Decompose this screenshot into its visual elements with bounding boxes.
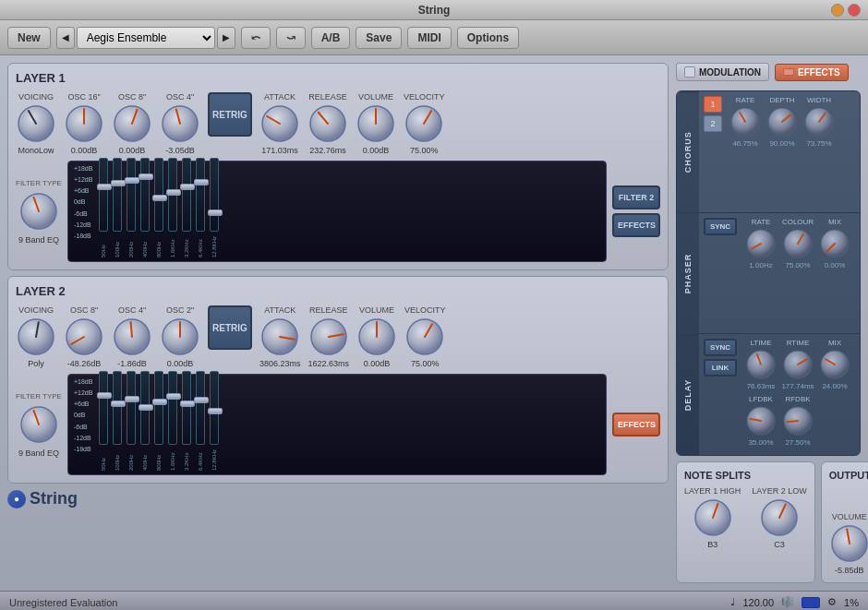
settings-icon[interactable]: ⚙	[827, 596, 837, 608]
logo-text: String	[30, 489, 78, 508]
phaser-colour-value: 75.00%	[785, 261, 810, 269]
delay-lfdbk-knob[interactable]	[744, 404, 778, 437]
delay-mix-knob[interactable]	[818, 348, 851, 381]
delay-rfdbk-knob[interactable]	[781, 404, 814, 437]
chorus-depth-knob[interactable]	[766, 105, 799, 138]
effects-header-label: EFFECTS	[798, 67, 840, 78]
l2-eq-slider-8[interactable]: 6.4KHz	[196, 371, 205, 471]
output-volume-group: VOLUME -5.85dB	[829, 512, 868, 575]
layer2-attack-knob[interactable]	[259, 317, 300, 357]
layer2-velocity-value: 75.00%	[411, 359, 440, 368]
chorus-voice1-button[interactable]: 1	[704, 96, 722, 113]
eq-slider-2[interactable]: 100Hz	[113, 158, 122, 257]
undo-button[interactable]: ⤺	[241, 27, 271, 49]
new-button[interactable]: New	[7, 27, 51, 49]
layer1-release-knob[interactable]	[307, 103, 348, 144]
delay-lfdbk-group: LFDBK 35.00%	[744, 395, 778, 447]
eq-slider-3[interactable]: 200Hz	[127, 158, 136, 257]
l2-eq-slider-3[interactable]: 200Hz	[127, 371, 136, 471]
layer1-voicing-knob[interactable]	[16, 103, 56, 144]
layer2-osc2-knob[interactable]	[160, 317, 200, 357]
preset-select[interactable]: Aegis Ensemble	[77, 27, 215, 49]
output-volume-knob[interactable]	[829, 523, 868, 564]
eq-slider-7[interactable]: 3.2KHz	[182, 158, 191, 257]
effects-header-button[interactable]: EFFECTS	[775, 64, 849, 81]
delay-rtime-knob[interactable]	[781, 348, 814, 381]
phaser-rate-group: RATE 1.00Hz	[744, 218, 778, 269]
layer2-filter-knob[interactable]	[18, 404, 59, 445]
layer1-retrig-button[interactable]: RETRIG	[208, 92, 252, 137]
eq-slider-5[interactable]: 800Hz	[154, 158, 163, 257]
phaser-tab[interactable]: PHASER	[677, 212, 699, 333]
delay-rtime-group: RTIME 177.74ms	[781, 339, 814, 390]
l2-eq-slider-5[interactable]: 800Hz	[154, 371, 163, 471]
layer2-retrig-button[interactable]: RETRIG	[208, 305, 252, 350]
layer2-eq-right-btns: EFFECTS	[612, 413, 660, 437]
l2-eq-slider-7[interactable]: 3.2KHz	[182, 371, 191, 471]
layer2-inner: VOICING Poly OSC 8" -48.26dB	[16, 305, 660, 475]
delay-rfdbk-label: RFDBK	[785, 395, 810, 403]
layer2-release-knob[interactable]	[308, 317, 349, 357]
l2-eq-slider-6[interactable]: 1.6KHz	[168, 371, 177, 471]
eq-slider-1[interactable]: 50Hz	[99, 158, 108, 257]
delay-tab[interactable]: DELAY	[677, 334, 699, 455]
l2-eq-slider-1[interactable]: 50Hz	[99, 371, 108, 471]
layer2-osc4-knob[interactable]	[112, 317, 152, 357]
l2-eq-slider-9[interactable]: 12.8KHz	[210, 371, 219, 471]
eq-slider-4[interactable]: 400Hz	[140, 158, 150, 257]
next-preset-button[interactable]: ▶	[217, 27, 235, 49]
l2-eq-slider-4[interactable]: 400Hz	[140, 371, 150, 471]
layer1-osc4-knob[interactable]	[160, 103, 200, 144]
layer1-high-knob[interactable]	[693, 497, 733, 538]
layer1-osc16-knob[interactable]	[64, 103, 104, 144]
tempo-value[interactable]: 120.00	[742, 597, 774, 608]
layer1-effects-button[interactable]: EFFECTS	[612, 213, 660, 237]
phaser-sync-button[interactable]: SYNC	[704, 218, 737, 235]
phaser-rate-value: 1.00Hz	[749, 261, 772, 269]
delay-link-button[interactable]: LINK	[704, 359, 737, 377]
phaser-mix-knob[interactable]	[818, 227, 851, 260]
prev-preset-button[interactable]: ◀	[56, 27, 75, 49]
options-button[interactable]: Options	[457, 27, 519, 49]
layer1-attack-label: ATTACK	[264, 92, 295, 102]
chorus-voice2-button[interactable]: 2	[704, 115, 722, 132]
phaser-rate-knob[interactable]	[744, 227, 778, 260]
layer1-eq-container: FILTER TYPE 9 Band EQ +18dB +12dB +6dB	[16, 161, 660, 262]
chorus-width-group: WIDTH 73.75%	[802, 96, 836, 148]
redo-button[interactable]: ⤻	[276, 27, 306, 49]
layer2-effects-button[interactable]: EFFECTS	[612, 413, 660, 437]
minimize-button[interactable]	[831, 4, 844, 17]
close-button[interactable]	[848, 4, 861, 17]
phaser-colour-knob[interactable]	[781, 227, 814, 260]
midi-button[interactable]: MIDI	[407, 27, 451, 49]
layer2-low-knob[interactable]	[759, 497, 800, 538]
save-button[interactable]: Save	[356, 27, 402, 49]
ab-button[interactable]: A/B	[311, 27, 351, 49]
layer1-volume-knob[interactable]	[356, 103, 396, 144]
layer2-osc8-knob[interactable]	[64, 317, 104, 357]
l2-eq-slider-2[interactable]: 100Hz	[113, 371, 122, 471]
chorus-row: 1 2 RATE 46.75% DEPTH	[704, 96, 855, 148]
layer1-filter2-button[interactable]: FILTER 2	[612, 185, 660, 209]
note-splits-panel: NOTE SPLITS LAYER 1 HIGH B3 LAYER 2 LOW	[676, 461, 815, 583]
layer2-volume-group: VOLUME 0.00dB	[356, 305, 397, 368]
chorus-width-knob[interactable]	[802, 105, 836, 138]
eq-slider-9[interactable]: 12.8KHz	[210, 158, 219, 257]
eq-slider-8[interactable]: 6.4KHz	[196, 158, 205, 257]
layer2-low-value: C3	[774, 540, 785, 549]
layer1-osc8-knob[interactable]	[112, 103, 152, 144]
layer2-velocity-knob[interactable]	[404, 317, 445, 357]
chorus-tab[interactable]: CHORUS	[677, 91, 699, 212]
layer1-velocity-knob[interactable]	[404, 103, 444, 144]
delay-ltime-knob[interactable]	[744, 348, 778, 381]
layer1-attack-knob[interactable]	[259, 103, 300, 144]
delay-sync-button[interactable]: SYNC	[704, 339, 737, 356]
layer2-volume-knob[interactable]	[356, 317, 397, 357]
eq-slider-6[interactable]: 1.6KHz	[168, 158, 177, 257]
fx-content: 1 2 RATE 46.75% DEPTH	[699, 91, 860, 455]
layer1-filter-knob[interactable]	[18, 191, 59, 232]
layer2-voicing-knob[interactable]	[16, 317, 56, 357]
layer2-velocity-label: VELOCITY	[404, 305, 446, 315]
chorus-rate-knob[interactable]	[729, 105, 762, 138]
modulation-button[interactable]: MODULATION	[676, 63, 769, 81]
